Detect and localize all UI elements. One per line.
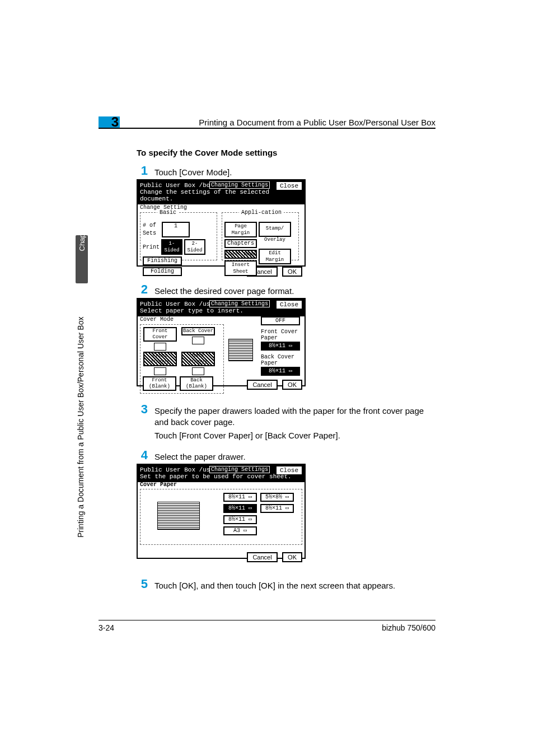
screen1-finishing-button[interactable]: Finishing	[143, 256, 182, 265]
screen2-right-col: OFF Front Cover Paper 8½×11 ▭ Back Cover…	[261, 316, 302, 376]
screen1-cover-mode-button[interactable]: Cover Mode	[224, 250, 257, 259]
screen2-front-blank-button[interactable]: Front (Blank)	[143, 376, 176, 391]
step-1-number: 1	[137, 164, 148, 178]
screen1-basic-group: Basic # of Sets 1 Print 1-Sided 2-Sided …	[140, 212, 217, 260]
screen3-tray-5-button[interactable]: 5½×8½ ▭	[260, 493, 294, 502]
screen1-page-margin-button[interactable]: Page Margin	[224, 222, 257, 237]
screen3-tray-4-button[interactable]: 8½×11 ▭	[260, 504, 294, 513]
screen2-off-button[interactable]: OFF	[261, 316, 300, 325]
screen2-fcp-label: Front Cover Paper	[261, 329, 302, 341]
step-4-number: 4	[137, 448, 148, 463]
header-divider	[99, 128, 435, 129]
step-3-number: 3	[137, 402, 148, 417]
screen3-group: 8½×11 ▭ 5½×8½ ▭ 8½×11 ▭ 8½×11 ▭ 8½×11 ▭ …	[140, 489, 302, 545]
screen3-ok-button[interactable]: OK	[282, 552, 302, 562]
screen1-basic-label: Basic	[157, 209, 179, 216]
screen1-sets-label: # of Sets	[143, 222, 161, 237]
screen3-tray-6-button[interactable]: A3 ▭	[223, 526, 257, 535]
screen1-appli-label: Appli-cation	[239, 209, 284, 216]
screen2-front-copy-button[interactable]: Front (Copy)	[143, 352, 177, 366]
screen1-print-label: Print	[143, 244, 160, 250]
screen2-cancel-button[interactable]: Cancel	[247, 380, 277, 390]
step-2-text: Select the desired cover page format.	[154, 286, 434, 297]
step-5-text: Touch [OK], and then touch [OK] in the n…	[154, 580, 434, 591]
section-title: To specify the Cover Mode settings	[137, 148, 277, 157]
screen3-tray-1-button[interactable]: 8½×11 ▭	[223, 493, 257, 502]
screen2-tab: Cover Mode	[140, 316, 174, 323]
screen1-close-button[interactable]: Close	[276, 181, 302, 190]
screen2-ok-button[interactable]: OK	[282, 380, 302, 390]
screenshot-cover-paper: Public User Box /userbox3 Set the paper …	[137, 464, 306, 559]
step-4-text: Select the paper drawer.	[154, 451, 434, 463]
screen3-printer-icon	[157, 502, 200, 530]
screen2-bcp-label: Back Cover Paper	[261, 354, 302, 366]
screen2-back-cover-paper-button[interactable]: 8½×11 ▭	[261, 367, 300, 376]
screen2-option-group: Front Cover Back Cover Front (Copy) Back…	[140, 324, 224, 394]
screen1-chapters-button[interactable]: Chapters	[224, 239, 257, 248]
doc-icon	[192, 367, 204, 375]
screen2-preview-icon	[228, 339, 253, 361]
screen1-tag: Changing Settings	[209, 181, 270, 189]
screen1-sets-value[interactable]: 1	[162, 222, 190, 237]
screen2-tag: Changing Settings	[209, 300, 270, 307]
step-2-number: 2	[137, 282, 148, 297]
screen1-folding-button[interactable]: Folding	[143, 267, 182, 276]
screen1-hint: Change the settings of the selected docu…	[140, 189, 302, 202]
screenshot-change-setting: Public User Box /box01 Change the settin…	[137, 179, 306, 267]
screen1-1sided-button[interactable]: 1-Sided	[161, 239, 182, 255]
side-bar: Chapter 3 Printing a Document from a Pub…	[74, 235, 90, 543]
doc-icon	[154, 343, 166, 351]
screen1-header: Public User Box /box01 Change the settin…	[138, 180, 305, 204]
screen1-stamp-button[interactable]: Stamp/ Overlay	[259, 222, 291, 237]
screen3-cancel-button[interactable]: Cancel	[247, 552, 277, 562]
screen1-insert-sheet-button[interactable]: Insert Sheet	[224, 260, 257, 276]
screen2-header: Public User Box /userbox3 Select paper t…	[138, 299, 305, 316]
step-3-text2: Touch [Front Cover Paper] or [Back Cover…	[154, 430, 434, 441]
chapter-number-mark: 3	[99, 116, 120, 128]
step-3-text: Specify the paper drawers loaded with th…	[154, 405, 434, 428]
screen3-tray-2-button[interactable]: 8½×11 ▭	[223, 504, 257, 513]
screen3-close-button[interactable]: Close	[276, 466, 302, 475]
screen1-edit-margin-button[interactable]: Edit Margin	[259, 249, 291, 264]
screen3-header: Public User Box /userbox3 Set the paper …	[138, 465, 305, 482]
screen1-application-group: Appli-cation Page Margin Chapters Cover …	[222, 212, 299, 260]
screen3-footer: Cancel OK	[138, 550, 305, 564]
step-5-number: 5	[137, 577, 148, 591]
doc-icon	[192, 337, 204, 344]
screenshot-cover-mode: Public User Box /userbox3 Select paper t…	[137, 298, 306, 386]
screen1-2sided-button[interactable]: 2-Sided	[184, 239, 205, 255]
screen3-tab: Cover Paper	[140, 482, 177, 488]
side-chapter-label: Chapter 3	[78, 239, 86, 251]
screen1-body: Change Setting Basic # of Sets 1 Print 1…	[138, 204, 305, 265]
screen2-back-blank-button[interactable]: Back (Blank)	[180, 376, 213, 391]
screen2-close-button[interactable]: Close	[276, 300, 302, 309]
footer-page-number: 3-24	[99, 623, 114, 632]
screen3-tag: Changing Settings	[209, 466, 270, 473]
screen2-front-cover-button[interactable]: Front Cover	[143, 327, 177, 342]
screen2-front-cover-paper-button[interactable]: 8½×11 ▭	[261, 342, 300, 351]
chapter-header-title: Printing a Document from a Public User B…	[179, 118, 435, 127]
screen2-body: Cover Mode Front Cover Back Cover Front …	[138, 316, 305, 378]
step-1-text: Touch [Cover Mode].	[154, 167, 434, 178]
doc-icon	[154, 367, 166, 375]
screen3-body: Cover Paper 8½×11 ▭ 5½×8½ ▭ 8½×11 ▭ 8½×1…	[138, 482, 305, 550]
footer-product-name: bizhub 750/600	[382, 623, 435, 632]
screen2-back-cover-button[interactable]: Back Cover	[181, 327, 215, 335]
side-chapter-title: Printing a Document from a Public User B…	[76, 291, 87, 538]
screen3-tray-3-button[interactable]: 8½×11 ▭	[223, 515, 257, 524]
footer-divider	[99, 620, 435, 620]
screen2-back-copy-button[interactable]: Back (Copy)	[181, 352, 215, 366]
